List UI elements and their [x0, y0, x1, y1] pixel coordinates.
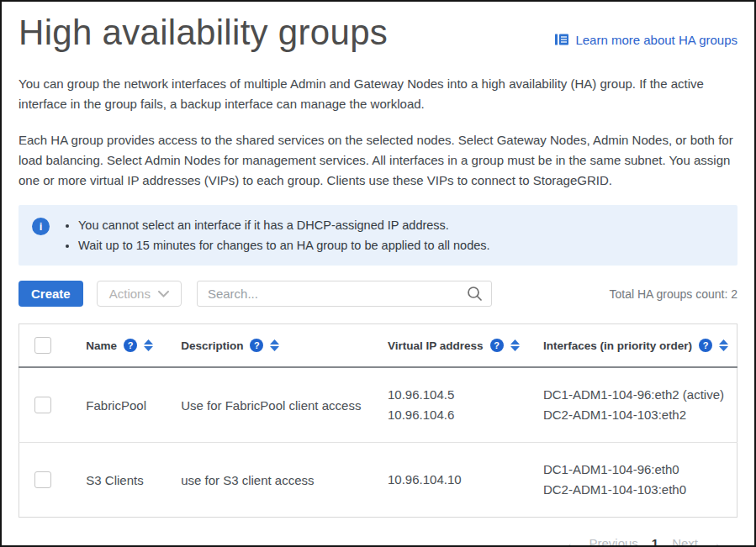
intro-text: You can group the network interfaces of …	[19, 74, 737, 191]
cell-interfaces: DC1-ADM1-104-96:eth0 DC2-ADM1-104-103:et…	[535, 443, 737, 518]
column-label-description: Description	[181, 339, 243, 352]
row-checkbox-cell	[19, 367, 78, 443]
info-note-list: You cannot select an interface if it has…	[62, 215, 490, 255]
chevron-down-icon	[158, 291, 169, 297]
column-header-virtual-ip: Virtual IP address ?	[379, 324, 535, 368]
toolbar: Create Actions Total HA groups count: 2	[19, 281, 737, 307]
column-header-name: Name ?	[77, 324, 172, 368]
interface: DC2-ADM1-104-103:eth2	[543, 405, 728, 425]
info-note-bullet-1: You cannot select an interface if it has…	[78, 215, 490, 235]
cell-interfaces: DC1-ADM1-104-96:eth2 (active) DC2-ADM1-1…	[535, 367, 737, 443]
interface: DC1-ADM1-104-96:eth2 (active)	[543, 385, 728, 405]
description-help-icon[interactable]: ?	[250, 339, 263, 352]
name-help-icon[interactable]: ?	[124, 339, 137, 352]
learn-more-link[interactable]: Learn more about HA groups	[554, 32, 737, 47]
next-page-button[interactable]: Next →	[672, 535, 722, 547]
table-row: FabricPool Use for FabricPool client acc…	[19, 367, 737, 443]
learn-more-label: Learn more about HA groups	[575, 33, 737, 47]
column-header-description: Description ?	[172, 324, 379, 368]
row-checkbox-cell	[19, 443, 78, 518]
select-all-checkbox[interactable]	[34, 337, 51, 354]
virtual-ip-help-icon[interactable]: ?	[490, 339, 504, 352]
intro-paragraph-2: Each HA group provides access to the sha…	[19, 130, 737, 191]
page-header: High availability groups Learn more abou…	[19, 12, 737, 54]
ha-groups-table: Name ? Description ?	[19, 323, 737, 518]
arrow-right-icon: →	[706, 535, 722, 547]
virtual-ip: 10.96.104.10	[388, 470, 526, 490]
intro-paragraph-1: You can group the network interfaces of …	[19, 74, 737, 114]
create-button[interactable]: Create	[19, 281, 83, 307]
row-checkbox[interactable]	[34, 471, 51, 488]
book-icon	[554, 32, 569, 47]
pagination: ← Previous 1 Next →	[19, 535, 737, 547]
ha-groups-page: High availability groups Learn more abou…	[0, 0, 756, 547]
interfaces-help-icon[interactable]: ?	[699, 339, 712, 352]
cell-name: FabricPool	[77, 367, 172, 443]
cell-description: Use for FabricPool client access	[172, 367, 379, 443]
column-header-interfaces: Interfaces (in priority order) ?	[535, 324, 737, 368]
description-sort-icon[interactable]	[270, 339, 279, 351]
current-page[interactable]: 1	[652, 536, 658, 547]
header-checkbox-cell	[19, 324, 78, 368]
info-note-bullet-2: Wait up to 15 minutes for changes to an …	[78, 235, 490, 255]
search-input[interactable]	[206, 286, 467, 302]
next-label: Next	[672, 536, 698, 547]
previous-label: Previous	[589, 536, 637, 547]
cell-virtual-ips: 10.96.104.10	[379, 443, 535, 518]
info-icon: i	[32, 218, 50, 235]
search-icon[interactable]	[467, 286, 483, 302]
virtual-ip-sort-icon[interactable]	[510, 339, 520, 351]
actions-button[interactable]: Actions	[97, 281, 182, 307]
column-label-virtual-ip: Virtual IP address	[388, 339, 484, 352]
actions-label: Actions	[109, 287, 151, 301]
total-count-label: Total HA groups count: 2	[609, 287, 737, 301]
interface: DC1-ADM1-104-96:eth0	[543, 460, 728, 480]
column-label-name: Name	[86, 339, 117, 352]
previous-page-button[interactable]: ← Previous	[564, 535, 637, 547]
interfaces-sort-icon[interactable]	[719, 339, 728, 351]
row-checkbox[interactable]	[34, 397, 51, 413]
column-label-interfaces: Interfaces (in priority order)	[543, 339, 692, 352]
name-sort-icon[interactable]	[144, 339, 153, 351]
cell-name: S3 Clients	[77, 443, 172, 518]
interface: DC2-ADM1-104-103:eth0	[543, 480, 728, 500]
table-row: S3 Clients use for S3 client access 10.9…	[19, 443, 737, 518]
virtual-ip: 10.96.104.6	[388, 405, 526, 425]
cell-virtual-ips: 10.96.104.5 10.96.104.6	[379, 367, 535, 443]
page-title: High availability groups	[19, 12, 388, 54]
virtual-ip: 10.96.104.5	[388, 385, 526, 405]
table-header-row: Name ? Description ?	[19, 324, 737, 368]
arrow-left-icon: ←	[564, 535, 580, 547]
search-box	[197, 281, 492, 307]
cell-description: use for S3 client access	[172, 443, 379, 518]
info-note: i You cannot select an interface if it h…	[19, 205, 737, 266]
